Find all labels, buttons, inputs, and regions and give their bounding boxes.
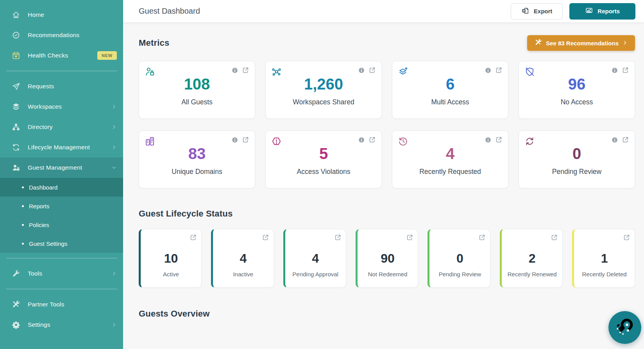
external-link-icon[interactable] <box>406 234 413 243</box>
info-icon[interactable] <box>231 136 238 145</box>
sidebar-item-workspaces[interactable]: Workspaces <box>0 97 123 117</box>
metric-card-recently-requested[interactable]: 4 Recently Requested <box>392 131 508 188</box>
sidebar-subitem-guest-settings[interactable]: Guest Settings <box>0 234 123 253</box>
info-icon[interactable] <box>485 136 492 145</box>
user-lock-icon <box>12 163 20 172</box>
lifecycle-label: Recently Renewed <box>506 271 558 277</box>
metric-card-unique-domains[interactable]: 83 Unique Domains <box>139 131 255 188</box>
assistant-fab-button[interactable] <box>608 311 641 344</box>
sidebar-divider <box>6 71 117 71</box>
external-link-icon[interactable] <box>262 234 269 243</box>
comet-logo-icon <box>614 316 636 340</box>
external-link-icon[interactable] <box>242 136 249 145</box>
info-icon[interactable] <box>485 67 492 75</box>
lifecycle-card-inactive[interactable]: 4 Inactive <box>211 229 274 288</box>
badge-check-icon <box>12 31 20 39</box>
info-icon[interactable] <box>611 136 618 145</box>
metric-card-workspaces-shared[interactable]: 1,260 Workspaces Shared <box>265 61 382 119</box>
sidebar-item-label: Guest Management <box>28 164 111 171</box>
metric-card-actions <box>611 136 629 145</box>
info-icon[interactable] <box>611 67 618 75</box>
reports-button[interactable]: Reports <box>569 3 635 20</box>
metric-card-actions <box>611 66 629 75</box>
metric-card-actions <box>231 136 249 145</box>
external-link-icon[interactable] <box>495 66 503 75</box>
external-link-icon[interactable] <box>478 234 486 243</box>
metric-card-no-access[interactable]: 96 No Access <box>519 61 635 119</box>
external-link-icon[interactable] <box>495 136 503 145</box>
sidebar-item-home[interactable]: Home <box>0 5 123 25</box>
sidebar-item-recommendations[interactable]: Recommendations <box>0 25 123 45</box>
user-lock-outline-icon <box>145 66 155 77</box>
lifecycle-label: Inactive <box>218 271 269 277</box>
sidebar-item-label: Workspaces <box>28 103 111 110</box>
reports-button-label: Reports <box>597 8 620 14</box>
chevron-right-icon <box>111 145 117 150</box>
excel-export-icon <box>521 7 530 16</box>
external-link-icon[interactable] <box>551 234 558 243</box>
lifecycle-card-pending-review[interactable]: 0 Pending Review <box>428 229 490 288</box>
bullet-icon <box>22 224 24 226</box>
metric-card-actions <box>358 136 376 145</box>
metric-card-actions <box>485 136 503 145</box>
guests-overview-section: Guests Overview <box>139 309 635 319</box>
sidebar-item-settings[interactable]: Settings <box>0 315 123 335</box>
sidebar-item-requests[interactable]: Requests <box>0 76 123 97</box>
sidebar-item-guest-management[interactable]: Guest Management <box>0 157 123 178</box>
external-link-icon[interactable] <box>190 234 197 243</box>
lifecycle-value: 10 <box>145 251 197 266</box>
metric-card-multi-access[interactable]: 6 Multi Access <box>392 61 508 119</box>
sidebar-item-label: Tools <box>28 270 111 277</box>
lifecycle-value: 2 <box>506 251 558 266</box>
sidebar-subitem-dashboard[interactable]: Dashboard <box>0 178 123 197</box>
sidebar-subitem-policies[interactable]: Policies <box>0 215 123 234</box>
new-badge: NEW <box>97 51 117 60</box>
metric-card-actions <box>358 66 376 75</box>
external-link-icon[interactable] <box>623 234 630 243</box>
tools-icon <box>535 39 542 47</box>
external-link-icon[interactable] <box>622 136 629 145</box>
lifecycle-card-recently-deleted[interactable]: 1 Recently Deleted <box>572 229 635 288</box>
see-recommendations-button[interactable]: See 83 Recommendations <box>527 35 635 51</box>
metric-card-access-violations[interactable]: 5 Access Violations <box>265 131 382 188</box>
metrics-heading: Metrics <box>139 38 169 48</box>
metric-label: Pending Review <box>524 168 629 176</box>
layers-icon <box>12 102 20 111</box>
metric-card-pending-review[interactable]: 0 Pending Review <box>519 131 635 188</box>
sidebar-item-health-checks[interactable]: Health Checks NEW <box>0 45 123 66</box>
info-icon[interactable] <box>358 136 365 145</box>
metric-label: Unique Domains <box>145 168 249 176</box>
metric-value: 96 <box>524 75 629 93</box>
export-button[interactable]: Export <box>511 3 563 20</box>
external-link-icon[interactable] <box>369 66 376 75</box>
external-link-icon[interactable] <box>242 66 249 75</box>
external-link-icon[interactable] <box>334 234 342 243</box>
lifecycle-card-pending-approval[interactable]: 4 Pending Approval <box>283 229 346 288</box>
chevron-right-icon <box>111 271 117 276</box>
sidebar-group-expanded: Guest Management Dashboard Reports Polic… <box>0 157 123 253</box>
sidebar-item-tools[interactable]: Tools <box>0 263 123 284</box>
metric-card-actions <box>485 66 503 75</box>
lifecycle-card-active[interactable]: 10 Active <box>139 229 202 288</box>
lifecycle-card-recently-renewed[interactable]: 2 Recently Renewed <box>500 229 563 288</box>
sidebar-item-partner-tools[interactable]: Partner Tools <box>0 294 123 315</box>
hexagon-exclamation-icon <box>271 136 282 147</box>
bullet-icon <box>22 205 24 207</box>
sidebar-item-label: Recommendations <box>28 32 117 39</box>
metric-card-all-guests[interactable]: 108 All Guests <box>139 61 255 119</box>
lifecycle-card-not-redeemed[interactable]: 90 Not Redeemed <box>356 229 419 288</box>
info-icon[interactable] <box>358 67 365 75</box>
info-icon[interactable] <box>231 67 238 75</box>
external-link-icon[interactable] <box>622 66 629 75</box>
sidebar-subitem-reports[interactable]: Reports <box>0 197 123 215</box>
org-tree-icon <box>12 123 20 131</box>
metric-value: 4 <box>398 145 503 163</box>
lifecycle-label: Pending Review <box>434 271 485 277</box>
metric-label: Multi Access <box>398 98 503 106</box>
metric-value: 0 <box>524 145 629 163</box>
lifecycle-value: 0 <box>434 251 485 266</box>
sidebar-item-lifecycle-management[interactable]: Lifecycle Management <box>0 137 123 157</box>
lifecycle-label: Recently Deleted <box>579 271 630 277</box>
sidebar-item-directory[interactable]: Directory <box>0 117 123 137</box>
external-link-icon[interactable] <box>369 136 376 145</box>
